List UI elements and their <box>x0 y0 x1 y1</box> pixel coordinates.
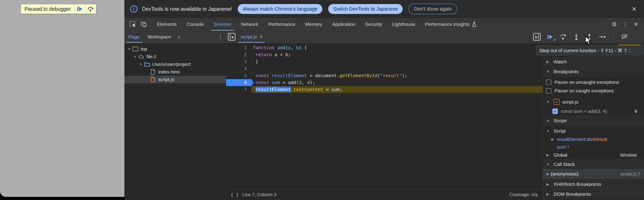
section-xhr-breakpoints[interactable]: ▶ XHR/fetch Breakpoints <box>543 179 644 189</box>
call-stack-frame[interactable]: ➤ (anonymous) script.js:7 <box>543 169 644 179</box>
scope-global-group[interactable]: ▶ Global Window <box>543 151 644 159</box>
navigator-tab-workspace[interactable]: Workspace <box>144 31 175 43</box>
code-area[interactable]: 1 function add(a, b) { 2 return a + b; 3… <box>226 43 542 189</box>
pause-on-caught-checkbox[interactable] <box>546 88 551 93</box>
script-file-icon: ‹› <box>554 99 560 105</box>
deactivate-breakpoints-icon <box>621 34 628 40</box>
tab-elements[interactable]: Elements <box>152 18 182 30</box>
expander-icon[interactable]: ▼ <box>126 47 132 51</box>
infobar-message: DevTools is now available in Japanese! <box>142 6 232 12</box>
tab-performance[interactable]: Performance <box>264 18 300 30</box>
pause-on-caught-row: Pause on caught exceptions <box>543 86 644 95</box>
info-icon: i <box>130 5 138 12</box>
dropdown-corner-icon <box>553 38 555 41</box>
breakpoint-enabled-checkbox[interactable]: ✓ <box>552 109 558 114</box>
tab-console[interactable]: Console <box>182 18 209 30</box>
toggle-debugger-panel-icon[interactable] <box>533 33 541 41</box>
page-surface <box>0 0 124 197</box>
editor-tab-script-js[interactable]: script.js ✕ <box>237 31 266 43</box>
scope-var-sum[interactable]: sum : 7 <box>543 143 644 151</box>
tab-application[interactable]: Application <box>327 18 360 30</box>
file-js-icon <box>150 77 156 82</box>
navigator-tab-page[interactable]: Page <box>124 31 144 43</box>
step-out-tooltip: Step out of current function - ⇧ F11 - ⌘… <box>536 46 644 55</box>
section-scope[interactable]: ▼ Scope <box>543 116 644 126</box>
line-number[interactable]: 1 <box>226 44 252 51</box>
paused-token-highlight: resultElement <box>256 87 291 92</box>
cloud-icon <box>138 54 145 59</box>
experiment-flask-icon <box>472 21 477 27</box>
step-over-button[interactable] <box>560 33 566 40</box>
frame-icon <box>132 46 139 51</box>
line-number[interactable]: 4 <box>226 65 252 72</box>
code-line-6: 6 const sum = add(3, 4); <box>226 79 542 86</box>
line-number[interactable]: 7 <box>226 86 252 93</box>
devtools-screenshot: Paused in debugger i DevTools is now ava… <box>0 0 644 200</box>
breakpoint-entry[interactable]: ✓ const sum = add(3, 4); 6 <box>543 107 644 116</box>
resume-script-button[interactable] <box>74 4 85 14</box>
file-icon <box>150 69 156 75</box>
settings-gear-icon[interactable]: ⚙ <box>609 19 620 29</box>
inspect-element-button[interactable] <box>128 19 138 29</box>
close-devtools-icon[interactable]: ✕ <box>630 19 641 29</box>
navigator-tabbar: Page Workspace » ⋮ <box>124 31 226 43</box>
tab-memory[interactable]: Memory <box>300 18 327 30</box>
tab-sources[interactable]: Sources <box>209 18 236 30</box>
expander-icon: ▶ <box>546 182 551 186</box>
pause-on-uncaught-checkbox[interactable] <box>546 80 551 85</box>
scope-var-resultelement[interactable]: ▶ resultElement : div #result <box>543 136 644 143</box>
more-options-kebab-icon[interactable]: ⋮ <box>620 19 630 29</box>
scope-script-group[interactable]: ▼ Script <box>543 127 644 136</box>
step-over-button[interactable] <box>85 4 96 14</box>
toggle-navigator-panel-icon[interactable] <box>228 33 236 41</box>
infobar-close-icon[interactable]: ✕ <box>630 5 638 13</box>
section-dom-breakpoints[interactable]: ▶ DOM Breakpoints <box>543 189 644 199</box>
toolbar-separator <box>150 21 151 28</box>
tree-item-file-protocol[interactable]: ▼ file:// <box>124 53 226 60</box>
tree-item-top[interactable]: ▼ top <box>124 45 226 53</box>
step-into-button[interactable] <box>573 33 580 40</box>
tree-item-index-html[interactable]: index.html <box>124 68 226 76</box>
switch-to-japanese-button[interactable]: Switch DevTools to Japanese <box>328 4 403 14</box>
controls-separator <box>614 33 614 40</box>
line-number[interactable]: 5 <box>226 72 252 79</box>
breakpoint-tag[interactable]: 6 <box>226 79 254 86</box>
section-breakpoints[interactable]: ▼ Breakpoints <box>543 67 644 77</box>
step-button[interactable] <box>599 33 606 40</box>
step-over-icon <box>560 34 566 40</box>
section-call-stack[interactable]: ▼ Call Stack <box>543 159 644 169</box>
dont-show-again-button[interactable]: Don't show again <box>408 3 457 14</box>
section-watch[interactable]: ▶ Watch <box>543 57 644 67</box>
expander-icon[interactable]: ▼ <box>132 55 138 58</box>
expander-icon: ▼ <box>546 163 551 166</box>
line-number[interactable]: 2 <box>226 51 252 58</box>
always-match-language-button[interactable]: Always match Chrome's language <box>238 4 322 14</box>
deactivate-breakpoints-button[interactable] <box>621 33 628 40</box>
debugger-sections: ▶ Watch ▼ Breakpoints Pause on uncaught … <box>543 43 644 199</box>
page-background: Paused in debugger <box>0 0 124 200</box>
tab-lighthouse[interactable]: Lighthouse <box>387 18 420 30</box>
code-line-4: 4 <box>226 65 542 72</box>
pause-on-uncaught-row: Pause on uncaught exceptions <box>543 78 644 86</box>
more-tabs-chevron-icon[interactable]: » <box>175 33 183 40</box>
current-frame-arrow-icon: ➤ <box>544 172 551 177</box>
breakpoint-group-script-js[interactable]: ▼ ‹› script.js <box>543 97 644 107</box>
close-tab-icon[interactable]: ✕ <box>259 34 263 39</box>
devtools-main-toolbar: Elements Console Sources Network Perform… <box>124 18 644 31</box>
code-editor: script.js ✕ 1 function add(a, b) { 2 ret… <box>226 31 542 200</box>
tree-item-script-js[interactable]: script.js <box>124 76 226 83</box>
navigator-kebab-icon[interactable]: ⋮ <box>215 32 226 42</box>
tab-network[interactable]: Network <box>236 18 264 30</box>
pretty-print-icon[interactable]: { } <box>230 192 239 198</box>
breakpoint-line-marker[interactable]: 6 <box>226 79 252 86</box>
navigator-sidebar: Page Workspace » ⋮ ▼ top ▼ <box>124 31 226 200</box>
tab-performance-insights[interactable]: Performance insights <box>420 18 482 30</box>
debugger-controls <box>543 31 644 43</box>
code-line-5: 5 const resultElement = document.getElem… <box>226 72 542 79</box>
tree-item-project-folder[interactable]: ▼ Users/user/project <box>124 60 226 68</box>
line-number[interactable]: 3 <box>226 58 252 65</box>
toggle-device-toolbar-button[interactable] <box>138 19 149 29</box>
resume-script-execution-button[interactable] <box>547 33 554 40</box>
expander-icon[interactable]: ▼ <box>138 62 144 66</box>
tab-security[interactable]: Security <box>360 18 387 30</box>
